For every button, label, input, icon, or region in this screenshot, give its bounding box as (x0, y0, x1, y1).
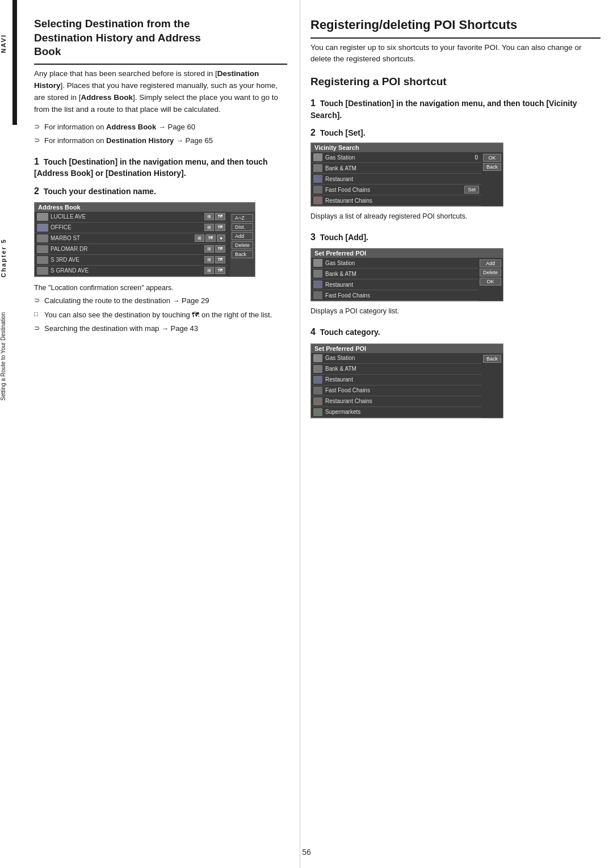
vs-row-2-icon (313, 175, 322, 183)
right-step1-text: Touch [Destination] in the navigation me… (310, 99, 577, 119)
poi2-row-3: Fast Food Chains (311, 385, 481, 396)
right-step2-text: Touch [Set]. (320, 128, 366, 137)
ab-row-3: PALOMAR DR ⊞ 🗺 (35, 244, 228, 255)
poi2-row-0-icon (313, 354, 322, 362)
right-step4: 4 Touch category. (310, 326, 601, 338)
vs-row-2: Restaurant (311, 174, 481, 184)
vs-row-0-num: 0 (475, 154, 478, 161)
ab-row2-btn3[interactable]: ● (217, 234, 225, 242)
vs-ok-btn[interactable]: OK (483, 154, 501, 162)
setting-label: Setting a Route to Your Destination (0, 312, 12, 401)
bullet-dest-history: For information on Destination History →… (34, 135, 287, 146)
vs-row-3-icon (313, 186, 322, 194)
address-book-screenshot: Address Book LUCILLE AVE ⊞ 🗺 OFFICE (34, 202, 255, 277)
ab-row4-btn1[interactable]: ⊞ (204, 256, 214, 263)
poi1-delete-btn[interactable]: Delete (480, 269, 501, 276)
poi-set1-header: Set Preferred POI (311, 249, 503, 258)
ab-header: Address Book (35, 203, 255, 212)
confirm-text: The "Location confirmation screen" appea… (34, 283, 287, 293)
vs-row-1: Bank & ATM (311, 163, 481, 174)
ab-row-4-text: S 3RD AVE (51, 257, 204, 263)
vs-row-1-icon (313, 164, 322, 172)
vs-row-0-icon (313, 153, 322, 161)
left-column: Selecting Destination from the Destinati… (22, 0, 300, 868)
poi2-row-3-text: Fast Food Chains (325, 387, 479, 393)
ab-btn-delete[interactable]: Delete (232, 241, 253, 249)
poi2-row-1-icon (313, 365, 322, 373)
poi2-row-5-icon (313, 408, 322, 416)
ab-row1-btn1[interactable]: ⊞ (204, 224, 214, 231)
poi1-row-2-text: Restaurant (325, 282, 476, 288)
ab-btn-back[interactable]: Back (232, 250, 253, 258)
right-step3-text: Touch [Add]. (320, 233, 368, 242)
ab-row-3-icon (37, 245, 48, 253)
right-step3-num: 3 (310, 232, 316, 242)
vicinity-search-screenshot: Vicinity Search Gas Station 0 Bank & ATM… (310, 142, 503, 207)
poi2-row-5: Supermarkets (311, 407, 481, 418)
ab-row4-btn2[interactable]: 🗺 (215, 256, 225, 263)
step2-note: Displays a list of already registered PO… (310, 211, 601, 222)
poi2-row-2-icon (313, 376, 322, 384)
ab-row3-btn2[interactable]: 🗺 (215, 245, 225, 253)
title-line2: Destination History and Address (34, 32, 201, 44)
side-label-container: NAVI Chapter 5 Setting a Route to Your D… (0, 0, 22, 868)
ab-row-4: S 3RD AVE ⊞ 🗺 (35, 255, 228, 266)
right-step2-num: 2 (310, 128, 316, 137)
poi1-row-1-icon (313, 270, 322, 278)
poi1-row-3-text: Fast Food Chains (325, 292, 476, 299)
poi2-row-5-text: Supermarkets (325, 409, 479, 415)
title-line1: Selecting Destination from the (34, 18, 190, 30)
ab-row-3-text: PALOMAR DR (51, 246, 204, 252)
ab-row-1-text: OFFICE (51, 224, 204, 230)
right-column: Registering/deleting POI Shortcuts You c… (300, 0, 613, 868)
vs-back-btn[interactable]: Back (483, 163, 501, 171)
ab-row1-btn2[interactable]: 🗺 (215, 224, 225, 231)
right-section-title: Registering/deleting POI Shortcuts (310, 17, 601, 39)
poi2-row-4-icon (313, 397, 322, 405)
poi1-add-btn[interactable]: Add (480, 259, 501, 267)
vs-row-4-icon (313, 196, 322, 204)
poi2-row-4-text: Restaurant Chains (325, 398, 479, 404)
ab-row3-btn1[interactable]: ⊞ (204, 245, 214, 253)
vs-row-4-text: Restaurant Chains (325, 198, 479, 204)
note1: Calculating the route to the destination… (34, 295, 287, 307)
ab-row-2-icon (37, 234, 48, 242)
poi2-row-0-text: Gas Station (325, 355, 479, 361)
ab-row-2: MARBO ST ⊞ 🗺 ● (35, 233, 228, 244)
poi2-back-btn[interactable]: Back (483, 355, 501, 363)
poi-set2-screenshot: Set Preferred POI Gas Station Bank & ATM… (310, 343, 503, 418)
poi1-ok-btn[interactable]: OK (480, 278, 501, 286)
poi1-row-3-icon (313, 291, 322, 299)
vs-set-btn[interactable]: Set (464, 186, 479, 194)
ab-row5-btn1[interactable]: ⊞ (204, 267, 214, 274)
poi2-row-2: Restaurant (311, 375, 481, 385)
ab-row-2-text: MARBO ST (51, 235, 195, 241)
vs-row-0: Gas Station 0 (311, 152, 481, 163)
left-section-title: Selecting Destination from the Destinati… (34, 17, 287, 65)
right-step1: 1 Touch [Destination] in the navigation … (310, 97, 601, 121)
poi2-row-4: Restaurant Chains (311, 396, 481, 407)
poi1-row-0-text: Gas Station (325, 260, 476, 266)
poi2-row-2-text: Restaurant (325, 376, 479, 383)
ab-btn-icon2[interactable]: 🗺 (215, 213, 225, 220)
ab-row2-btn1[interactable]: ⊞ (195, 234, 204, 242)
page-number: 56 (302, 848, 311, 857)
ab-btn-dist[interactable]: Dist. (232, 223, 253, 231)
poi1-side-btns: Add Delete OK (478, 258, 503, 301)
ab-row-5: S GRAND AVE ⊞ 🗺 (35, 266, 228, 276)
note3: Searching the destination with map → Pag… (34, 323, 287, 334)
left-step2-num: 2 (34, 186, 39, 196)
ab-btn-add[interactable]: Add (232, 232, 253, 240)
ab-row2-btn2[interactable]: 🗺 (205, 234, 216, 242)
ab-btn-icon1[interactable]: ⊞ (204, 213, 214, 220)
ab-row5-btn2[interactable]: 🗺 (215, 267, 225, 274)
ab-row-1-icon (37, 224, 48, 232)
ab-btn-az[interactable]: A~Z (232, 214, 253, 222)
vs-row-2-text: Restaurant (325, 176, 479, 182)
ab-row-0-text: LUCILLE AVE (51, 213, 204, 220)
title-line3: Book (34, 45, 61, 57)
step3-note: Displays a POI category list. (310, 306, 601, 317)
poi2-row-1-text: Bank & ATM (325, 366, 479, 372)
vs-row-1-text: Bank & ATM (325, 165, 479, 171)
poi2-row-0: Gas Station (311, 353, 481, 364)
